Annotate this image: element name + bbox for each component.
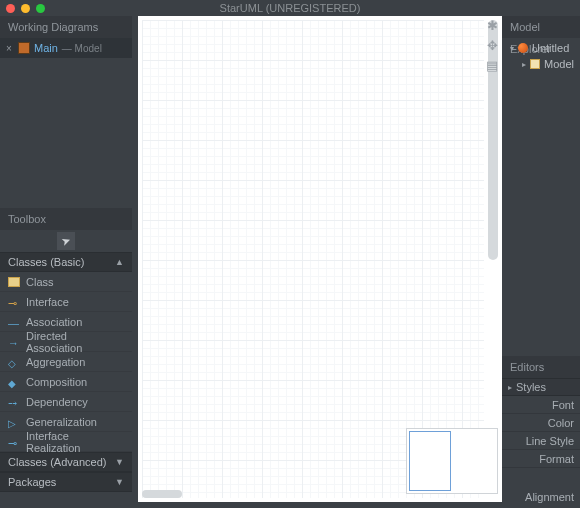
directed-association-icon: [8, 337, 20, 347]
group-label: Classes (Advanced): [8, 452, 106, 472]
editors-header: Editors: [502, 356, 580, 378]
window-title: StarUML (UNREGISTERED): [0, 2, 580, 14]
tree-row-project[interactable]: ▾ Untitled: [506, 40, 576, 56]
tree-row-model[interactable]: ▸ Model: [506, 56, 576, 72]
tool-label: Dependency: [26, 396, 88, 408]
toolbox-group-classes-basic-items: Class Interface Association Directed Ass…: [0, 272, 132, 452]
minimap-viewport[interactable]: [409, 431, 451, 491]
diagram-thumbnails-icon[interactable]: ▤: [484, 58, 500, 74]
cursor-icon: ➤: [60, 233, 73, 248]
style-label: Format: [539, 453, 574, 465]
editors-body: ▸ Styles Font Color Line Style Format Al…: [502, 378, 580, 508]
styles-label: Styles: [516, 381, 546, 393]
right-sidebar: ✱ ✥ ▤ Model Explorer ▾ Untitled ▸ Model …: [502, 16, 580, 508]
style-row-font[interactable]: Font: [502, 396, 580, 414]
diagram-name: Main: [34, 42, 58, 54]
tool-label: Generalization: [26, 416, 97, 428]
extension-manager-icon[interactable]: ✱: [484, 18, 500, 34]
chevron-down-icon: ▼: [115, 472, 124, 492]
tool-interface[interactable]: Interface: [0, 292, 132, 312]
tool-label: Interface Realization: [26, 430, 124, 454]
tool-label: Directed Association: [26, 330, 124, 354]
working-diagrams-header: Working Diagrams: [0, 16, 132, 38]
project-label: Untitled: [532, 42, 569, 54]
generalization-icon: [8, 417, 20, 427]
group-label: Packages: [8, 472, 56, 492]
tool-dependency[interactable]: Dependency: [0, 392, 132, 412]
alignment-section[interactable]: Alignment: [502, 486, 580, 508]
chevron-down-icon: ▼: [115, 452, 124, 472]
aggregation-icon: [8, 357, 20, 367]
disclosure-triangle-icon[interactable]: ▸: [522, 60, 526, 69]
tool-label: Association: [26, 316, 82, 328]
interface-icon: [8, 297, 20, 307]
disclosure-triangle-icon[interactable]: ▸: [508, 383, 512, 392]
interface-realization-icon: [8, 437, 20, 447]
tool-label: Composition: [26, 376, 87, 388]
project-icon: [518, 43, 528, 53]
association-icon: [8, 317, 20, 327]
styles-section-header[interactable]: ▸ Styles: [502, 378, 580, 396]
diagram-area: [132, 16, 502, 508]
class-icon: [8, 277, 20, 287]
close-icon[interactable]: ×: [4, 43, 14, 54]
toolbox-group-packages[interactable]: Packages ▼: [0, 472, 132, 492]
group-label: Classes (Basic): [8, 252, 84, 272]
titlebar: StarUML (UNREGISTERED): [0, 0, 580, 16]
right-toolbar: ✱ ✥ ▤: [484, 18, 502, 74]
minimap[interactable]: [406, 428, 498, 494]
style-row-format[interactable]: Format: [502, 450, 580, 468]
tool-directed-association[interactable]: Directed Association: [0, 332, 132, 352]
tool-class[interactable]: Class: [0, 272, 132, 292]
toolbox-group-classes-advanced[interactable]: Classes (Advanced) ▼: [0, 452, 132, 472]
diagram-icon: [18, 42, 30, 54]
alignment-label: Alignment: [525, 491, 574, 503]
dependency-icon: [8, 397, 20, 407]
tool-composition[interactable]: Composition: [0, 372, 132, 392]
model-icon: [530, 59, 540, 69]
model-label: Model: [544, 58, 574, 70]
diagram-path: — Model: [62, 43, 102, 54]
tool-interface-realization[interactable]: Interface Realization: [0, 432, 132, 452]
left-sidebar: Working Diagrams × Main — Model Toolbox …: [0, 16, 132, 508]
tool-label: Class: [26, 276, 54, 288]
working-diagrams-body: × Main — Model: [0, 38, 132, 208]
style-row-line-style[interactable]: Line Style: [502, 432, 580, 450]
tool-label: Interface: [26, 296, 69, 308]
model-explorer-body: ▾ Untitled ▸ Model: [502, 38, 580, 74]
style-label: Color: [548, 417, 574, 429]
selection-tool-button[interactable]: ➤: [57, 232, 75, 250]
tool-aggregation[interactable]: Aggregation: [0, 352, 132, 372]
style-row-color[interactable]: Color: [502, 414, 580, 432]
composition-icon: [8, 377, 20, 387]
diagram-canvas[interactable]: [142, 20, 484, 498]
horizontal-scrollbar[interactable]: [142, 490, 182, 498]
collaboration-icon[interactable]: ✥: [484, 38, 500, 54]
style-label: Line Style: [526, 435, 574, 447]
working-diagram-item[interactable]: × Main — Model: [0, 38, 132, 58]
tool-label: Aggregation: [26, 356, 85, 368]
canvas-wrap: [138, 16, 502, 502]
toolbox-group-classes-basic[interactable]: Classes (Basic) ▲: [0, 252, 132, 272]
style-label: Font: [552, 399, 574, 411]
selection-tool-row: ➤: [0, 230, 132, 252]
chevron-up-icon: ▲: [115, 252, 124, 272]
model-explorer-header: Model Explorer: [502, 16, 580, 38]
disclosure-triangle-icon[interactable]: ▾: [510, 44, 514, 53]
toolbox-header: Toolbox: [0, 208, 132, 230]
